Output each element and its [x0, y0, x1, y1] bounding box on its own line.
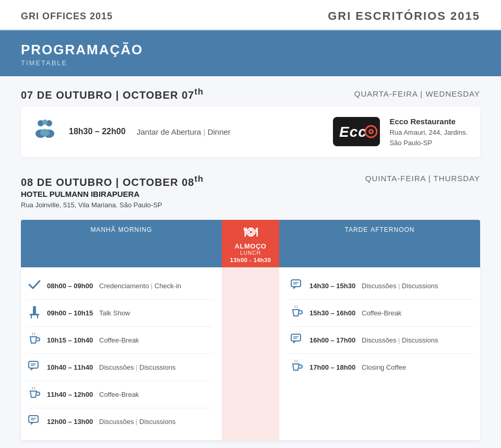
- dinner-address: Ecco Restaurante Rua Amauri, 244, Jardin…: [389, 116, 468, 148]
- morning-en: MORNING: [118, 226, 152, 233]
- day2-date-block: 08 DE OUTUBRO | OCTOBER 08th HOTEL PULMA…: [21, 174, 204, 210]
- schedule-icon: [26, 413, 43, 430]
- svg-point-10: [370, 131, 372, 133]
- dinner-time: 18h30 – 22h00: [69, 127, 137, 136]
- schedule-icon: [26, 386, 43, 403]
- schedule-time: 17h00 – 18h00: [309, 363, 362, 371]
- svg-rect-12: [33, 309, 36, 314]
- main-content: 07 DE OUTUBRO | OCTOBER 07th QUARTA-FEIR…: [0, 76, 501, 448]
- header-right-title: GRI ESCRITÓRIOS 2015: [328, 9, 480, 23]
- header-left-title: GRI OFFICES 2015: [21, 11, 113, 22]
- afternoon-item: 16h00 – 17h00 Discussões | Discussions: [289, 327, 475, 354]
- svg-point-5: [40, 129, 50, 136]
- svg-text:Ecc: Ecc: [339, 124, 367, 140]
- page-header: GRI OFFICES 2015 GRI ESCRITÓRIOS 2015: [0, 0, 501, 30]
- banner: PROGRAMAÇÃO TIMETABLE: [0, 30, 501, 76]
- morning-item: 11h40 – 12h00 Coffee-Break: [26, 381, 212, 408]
- schedule-icon: [289, 332, 305, 349]
- day2-date-label: 08 DE OUTUBRO | OCTOBER 08th: [21, 174, 204, 188]
- schedule-icon: [26, 359, 43, 376]
- schedule-time: 14h30 – 15h30: [309, 282, 362, 290]
- lunch-label: ALMOÇO: [235, 242, 267, 250]
- schedule-desc: Closing Coffee: [362, 363, 406, 371]
- schedule-icon: [289, 359, 305, 376]
- banner-subtitle: TIMETABLE: [21, 59, 480, 67]
- morning-header: MANHÃ MORNING: [21, 220, 222, 267]
- schedule-icon: [289, 304, 305, 322]
- svg-rect-19: [29, 416, 38, 422]
- morning-item: 10h15 – 10h40 Coffee-Break: [26, 327, 212, 354]
- schedule-desc: Discussões | Discussions: [99, 363, 175, 371]
- svg-rect-11: [30, 314, 39, 315]
- day1-date-row: 07 DE OUTUBRO | OCTOBER 07th QUARTA-FEIR…: [21, 76, 480, 107]
- svg-rect-22: [291, 280, 301, 287]
- ecco-logo: Ecc: [333, 117, 380, 146]
- dinner-people-icon: [33, 118, 56, 146]
- afternoon-en: AFTERNOON: [371, 226, 414, 233]
- morning-item: 12h00 – 13h00 Discussões | Discussions: [26, 408, 212, 435]
- schedule-icon: [289, 277, 305, 294]
- schedule-desc: Discussões | Discussions: [362, 336, 438, 344]
- day2-date-row: 08 DE OUTUBRO | OCTOBER 08th HOTEL PULMA…: [21, 167, 480, 213]
- schedule-desc: Coffee-Break: [362, 309, 401, 317]
- day1-day-label: QUARTA-FEIRA | WEDNESDAY: [354, 89, 480, 98]
- svg-point-4: [42, 120, 47, 125]
- lunch-time: 13h00 - 14h30: [230, 257, 271, 263]
- schedule-time: 09h00 – 10h15: [47, 309, 99, 317]
- morning-item: 10h40 – 11h40 Discussões | Discussions: [26, 354, 212, 381]
- svg-rect-16: [29, 361, 38, 368]
- schedule-icon: [26, 304, 43, 322]
- schedule-time: 16h00 – 17h00: [309, 336, 362, 344]
- schedule-header: MANHÃ MORNING 🍽 ALMOÇO LUNCH 13h00 - 14h…: [21, 220, 480, 267]
- schedule-desc: Discussões | Discussions: [99, 418, 175, 426]
- schedule-icon: [26, 277, 43, 294]
- schedule-time: 10h15 – 10h40: [47, 336, 99, 344]
- day1-date-label: 07 DE OUTUBRO | OCTOBER 07th: [21, 87, 204, 101]
- afternoon-header: TARDE AFTERNOON: [279, 220, 480, 267]
- banner-title: PROGRAMAÇÃO: [21, 42, 480, 58]
- schedule-desc: Coffee-Break: [99, 391, 139, 398]
- schedule-time: 11h40 – 12h00: [47, 391, 99, 398]
- afternoon-item: 15h30 – 16h00 Coffee-Break: [289, 300, 475, 327]
- svg-rect-25: [291, 334, 301, 341]
- afternoon-item: 17h00 – 18h00 Closing Coffee: [289, 354, 475, 381]
- day2-day-label: QUINTA-FEIRA | THURSDAY: [365, 174, 480, 183]
- lunch-divider: 🍽 ALMOÇO LUNCH 13h00 - 14h30: [222, 220, 279, 267]
- schedule-desc: Coffee-Break: [99, 336, 139, 344]
- schedule-body: 08h00 – 09h00 Credenciamento | Check-in …: [21, 267, 480, 440]
- hotel-info: HOTEL PULMANN IBIRAPUERA Rua Joinville, …: [21, 188, 204, 210]
- schedule-time: 10h40 – 11h40: [47, 363, 99, 371]
- dinner-row: 18h30 – 22h00 Jantar de Abertura | Dinne…: [21, 107, 480, 158]
- lunch-label-en: LUNCH: [240, 250, 260, 256]
- morning-item: 08h00 – 09h00 Credenciamento | Check-in: [26, 273, 212, 300]
- dinner-desc: Jantar de Abertura | Dinner: [137, 127, 333, 136]
- schedule-time: 12h00 – 13h00: [47, 418, 99, 426]
- lunch-middle: [222, 267, 279, 440]
- dinner-logo-area: Ecc Ecco Restaurante Rua Amauri, 244, Ja…: [333, 116, 468, 148]
- afternoon-item: 14h30 – 15h30 Discussões | Discussions: [289, 273, 475, 300]
- schedule-time: 15h30 – 16h00: [309, 309, 362, 317]
- schedule-desc: Discussões | Discussions: [362, 282, 438, 290]
- morning-col: 08h00 – 09h00 Credenciamento | Check-in …: [21, 267, 222, 440]
- svg-point-13: [33, 306, 36, 309]
- lunch-icon: 🍽: [244, 224, 258, 240]
- schedule-icon: [26, 332, 43, 349]
- schedule-desc: Credenciamento | Check-in: [99, 282, 181, 290]
- afternoon-col: 14h30 – 15h30 Discussões | Discussions 1…: [279, 267, 480, 440]
- schedule-time: 08h00 – 09h00: [47, 282, 99, 290]
- schedule-desc: Talk Show: [99, 309, 130, 317]
- morning-item: 09h00 – 10h15 Talk Show: [26, 300, 212, 327]
